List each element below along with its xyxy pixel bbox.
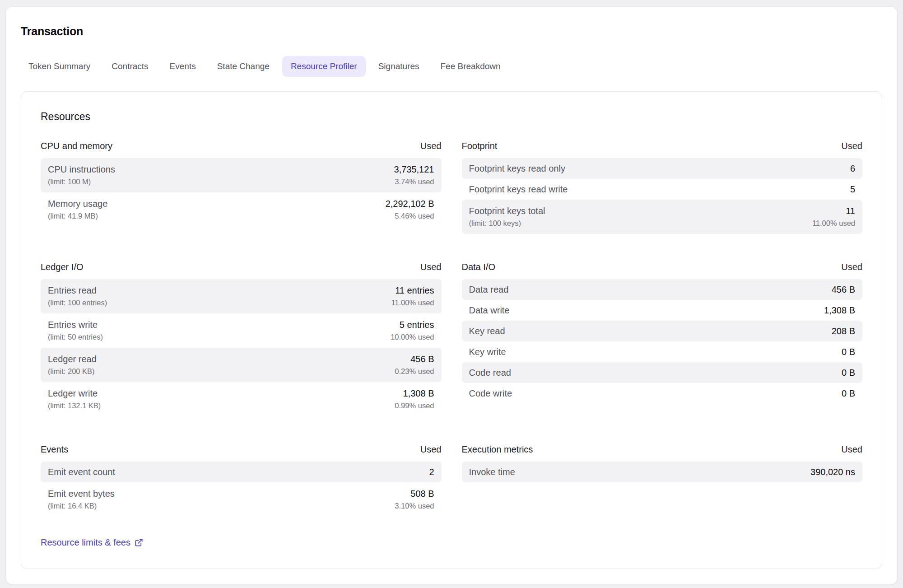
row-value: 390,020 ns (810, 466, 855, 478)
row-limit: (limit: 100 entries) (48, 297, 107, 308)
row-percent-used: 3.74% used (394, 176, 434, 187)
resources-panel-title: Resources (41, 111, 862, 123)
row-label: Ledger write (48, 387, 101, 399)
section-cpu-and-memory: CPU and memory Used CPU instructions (li… (41, 141, 442, 227)
row-percent-used: 11.00% used (391, 297, 434, 308)
row-value: 3,735,121 (394, 163, 434, 175)
row-value: 0 B (842, 367, 855, 378)
tab-events[interactable]: Events (170, 61, 196, 71)
resource-row: Memory usage (limit: 41.9 MB) 2,292,102 … (41, 192, 442, 227)
tab-fee-breakdown[interactable]: Fee Breakdown (441, 61, 501, 71)
row-limit: (limit: 100 M) (48, 176, 115, 187)
row-limit: (limit: 41.9 MB) (48, 210, 107, 221)
row-label: Key read (469, 325, 505, 337)
section-footprint: Footprint Used Footprint keys read only … (462, 141, 863, 234)
tab-resource-profiler[interactable]: Resource Profiler (282, 56, 366, 77)
section-events: Events Used Emit event count 2 Emit even… (41, 444, 442, 548)
section-execution-metrics: Execution metrics Used Invoke time 390,0… (462, 444, 863, 482)
row-percent-used: 5.46% used (386, 210, 434, 221)
resource-row: Emit event bytes (limit: 16.4 KB) 508 B … (41, 482, 442, 517)
row-percent-used: 0.99% used (395, 400, 434, 411)
row-value: 11 entries (391, 285, 434, 296)
resource-row: Entries write (limit: 50 entries) 5 entr… (41, 313, 442, 348)
resource-row: Data write 1,308 B (462, 300, 863, 321)
row-value: 5 (850, 183, 855, 195)
section-name: Ledger I/O (41, 262, 84, 272)
resource-limits-fees-link[interactable]: Resource limits & fees (41, 537, 143, 548)
row-value: 5 entries (391, 319, 434, 331)
row-percent-used: 10.00% used (391, 331, 434, 342)
resource-row: Invoke time 390,020 ns (462, 462, 863, 482)
section-name: Footprint (462, 141, 498, 151)
section-name: Events (41, 444, 68, 455)
page-title: Transaction (21, 7, 882, 38)
row-label: Invoke time (469, 466, 515, 478)
row-value: 2 (429, 466, 434, 478)
resource-row: Key read 208 B (462, 321, 863, 341)
row-value: 0 B (842, 387, 855, 399)
resource-row: Key write 0 B (462, 341, 863, 362)
used-column-label: Used (841, 262, 862, 272)
row-label: Code read (469, 367, 511, 378)
resources-panel: Resources CPU and memory Used CPU instru… (21, 91, 882, 569)
row-label: Data read (469, 284, 509, 295)
used-column-label: Used (420, 141, 442, 151)
row-label: CPU instructions (48, 163, 115, 175)
row-value: 1,308 B (824, 304, 855, 316)
resource-row: Ledger write (limit: 132.1 KB) 1,308 B 0… (41, 382, 442, 416)
section-name: CPU and memory (41, 141, 112, 151)
row-value: 0 B (842, 346, 855, 358)
row-label: Emit event count (48, 466, 115, 478)
tab-contracts[interactable]: Contracts (112, 61, 148, 71)
row-label: Data write (469, 304, 510, 316)
row-limit: (limit: 132.1 KB) (48, 400, 101, 411)
row-limit: (limit: 200 KB) (48, 366, 97, 377)
row-value: 11 (812, 205, 855, 217)
used-column-label: Used (841, 141, 862, 151)
row-value: 1,308 B (395, 387, 434, 399)
row-limit: (limit: 16.4 KB) (48, 500, 115, 511)
row-label: Footprint keys read only (469, 163, 565, 174)
resource-row: Footprint keys read only 6 (462, 158, 863, 179)
resource-row: Footprint keys read write 5 (462, 179, 863, 200)
resource-row: Code read 0 B (462, 362, 863, 383)
resource-row: Emit event count 2 (41, 462, 442, 482)
resources-grid: CPU and memory Used CPU instructions (li… (41, 141, 862, 548)
section-ledger-io: Ledger I/O Used Entries read (limit: 100… (41, 262, 442, 416)
row-value: 208 B (832, 325, 855, 337)
transaction-card: Transaction Token Summary Contracts Even… (5, 6, 898, 585)
used-column-label: Used (841, 444, 862, 455)
row-label: Footprint keys total (469, 205, 545, 217)
resource-row: Footprint keys total (limit: 100 keys) 1… (462, 200, 863, 234)
resource-row: Data read 456 B (462, 279, 863, 300)
row-value: 508 B (395, 488, 434, 499)
row-label: Ledger read (48, 353, 97, 365)
tab-token-summary[interactable]: Token Summary (28, 61, 90, 71)
external-link-icon (135, 538, 143, 547)
section-name: Execution metrics (462, 444, 533, 455)
row-percent-used: 3.10% used (395, 500, 434, 511)
section-data-io: Data I/O Used Data read 456 B Data write… (462, 262, 863, 404)
resource-limits-fees-link-label: Resource limits & fees (41, 537, 130, 548)
resource-row: CPU instructions (limit: 100 M) 3,735,12… (41, 158, 442, 192)
row-value: 456 B (832, 284, 855, 295)
row-value: 456 B (395, 353, 434, 365)
row-percent-used: 0.23% used (395, 366, 434, 377)
row-label: Memory usage (48, 198, 107, 210)
row-value: 6 (850, 163, 855, 174)
row-label: Entries write (48, 319, 103, 331)
resource-row: Entries read (limit: 100 entries) 11 ent… (41, 279, 442, 313)
row-label: Footprint keys read write (469, 183, 568, 195)
tab-bar: Token Summary Contracts Events State Cha… (21, 55, 882, 78)
resource-row: Code write 0 B (462, 383, 863, 404)
tab-signatures[interactable]: Signatures (378, 61, 419, 71)
tab-state-change[interactable]: State Change (217, 61, 270, 71)
row-limit: (limit: 50 entries) (48, 331, 103, 342)
row-label: Entries read (48, 285, 107, 296)
used-column-label: Used (420, 444, 442, 455)
row-label: Emit event bytes (48, 488, 115, 499)
resource-row: Ledger read (limit: 200 KB) 456 B 0.23% … (41, 348, 442, 382)
row-percent-used: 11.00% used (812, 218, 855, 229)
row-value: 2,292,102 B (386, 198, 434, 210)
used-column-label: Used (420, 262, 442, 272)
